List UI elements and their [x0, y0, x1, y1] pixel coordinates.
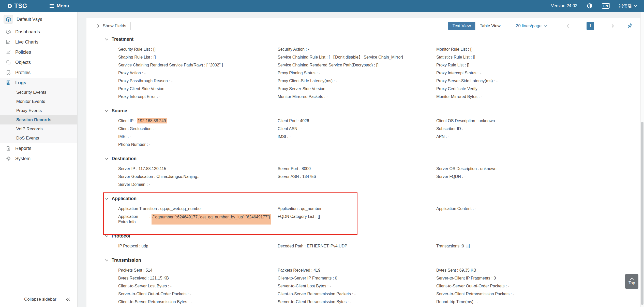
- field: Transactions :0: [436, 242, 640, 250]
- field-separator: :: [333, 79, 336, 83]
- field: Bytes Received : 121.15 KB: [118, 274, 278, 282]
- sidebar-nav: Dashboards Live Charts Policies Objects …: [0, 27, 77, 164]
- field-separator: :: [187, 300, 190, 304]
- collapse-sidebar-label: Collapse sidebar: [24, 297, 56, 302]
- collapse-sidebar-button[interactable]: Collapse sidebar: [0, 295, 77, 304]
- logo-ring-icon: [8, 4, 12, 8]
- current-page-button[interactable]: 1: [587, 22, 594, 30]
- field-label: Application Content: [436, 206, 472, 211]
- sidebar-item-monitor-events[interactable]: Monitor Events: [0, 97, 77, 106]
- field: APN : -: [436, 133, 640, 141]
- page-size-select[interactable]: 20 lines/page: [516, 23, 547, 29]
- sidebar-item-voip-records[interactable]: VoIP Records: [0, 124, 77, 134]
- field-label: Monitor Mirrored Bytes: [436, 94, 477, 99]
- section-header[interactable]: Source: [105, 108, 640, 114]
- field-label: Server-to-Client Out-of-Order Packets: [118, 292, 187, 296]
- field: Client-to-Server IP Fragments : 0: [278, 274, 436, 282]
- field-separator: :: [286, 134, 289, 139]
- field-separator: :: [167, 284, 170, 288]
- field-separator: :: [490, 276, 493, 280]
- text-view-button[interactable]: Text View: [448, 22, 475, 30]
- field: Application Content : -: [436, 205, 640, 213]
- chevron-left-icon: [567, 24, 569, 28]
- field-label: Server Port: [278, 166, 298, 171]
- pin-icon[interactable]: [627, 23, 633, 29]
- field-value: udp: [141, 244, 148, 248]
- field-row: IMEI : -IMSI : -APN : -: [118, 133, 640, 141]
- field: Client-to-Server Lost Bytes : -: [118, 282, 278, 290]
- field-label: Client ASN: [278, 127, 297, 131]
- field: Server-to-Client IP Fragments : 0: [436, 274, 640, 282]
- field: Client-to-Server Retransmission Bytes : …: [118, 298, 278, 306]
- prev-page-button[interactable]: [567, 24, 569, 28]
- sidebar-item-reports[interactable]: Reports: [0, 143, 77, 154]
- field: Packets Sent : 514: [118, 266, 278, 274]
- sidebar-item-default-vsys[interactable]: Default Vsys: [4, 15, 77, 24]
- section-header[interactable]: Protocol: [105, 233, 640, 239]
- sidebar-item-proxy-events[interactable]: Proxy Events: [0, 106, 77, 115]
- show-fields-button[interactable]: Show Fields: [93, 22, 131, 30]
- field-label: Shaping Rule List: [118, 55, 150, 59]
- sidebar-item-dos-events[interactable]: DoS Events: [0, 134, 77, 143]
- field-separator: :: [203, 63, 206, 67]
- field-label: Proxy Pinning Status: [278, 71, 316, 75]
- section-header[interactable]: Transmission: [105, 258, 640, 263]
- field-label: Proxy Client-Side Version: [118, 87, 164, 91]
- sidebar-item-dashboards[interactable]: Dashboards: [0, 27, 77, 37]
- field-value: {"qqnumber:":624649177,"get_qq_number_by…: [152, 214, 271, 225]
- field-separator: :: [325, 55, 329, 59]
- sidebar-item-logs[interactable]: Logs: [0, 78, 77, 88]
- field-separator: :: [510, 292, 513, 296]
- sidebar-item-system[interactable]: System: [0, 154, 77, 164]
- back-to-top-button[interactable]: Top: [625, 274, 638, 289]
- next-page-button[interactable]: [611, 24, 614, 28]
- menu-button[interactable]: Menu: [50, 3, 69, 9]
- scrollbar-thumb[interactable]: [641, 122, 643, 305]
- app-logo[interactable]: TSG: [8, 2, 27, 9]
- field-row: Server Geolocation : China.Jiangsu.Nanji…: [118, 173, 640, 180]
- sidebar-item-profiles[interactable]: Profiles: [0, 67, 77, 78]
- field-value: -: [350, 300, 351, 304]
- section-header[interactable]: Application: [105, 196, 640, 201]
- field-value: -: [448, 134, 449, 139]
- sidebar-item-session-records[interactable]: Session Records: [0, 115, 77, 124]
- sidebar-item-live-charts[interactable]: Live Charts: [0, 37, 77, 47]
- header-divider: [582, 4, 582, 8]
- chevron-down-icon: [105, 110, 108, 112]
- chevron-right-icon: [611, 24, 614, 28]
- field-separator: :: [142, 268, 145, 272]
- field-value: 69.35 KB: [459, 268, 476, 272]
- view-toggle: Text View Table View: [448, 22, 505, 30]
- section-header[interactable]: Treatment: [105, 37, 640, 42]
- transaction-detail-icon[interactable]: [466, 244, 470, 248]
- field-label: Service Chaining Rendered Service Path(R…: [118, 63, 203, 67]
- field-label: IMEI: [118, 134, 127, 139]
- field-row: Proxy Client-Side Version : -Proxy Serve…: [118, 85, 640, 93]
- field-value: ETHERNET.IPv4.UDP: [307, 244, 347, 248]
- gear-icon: [6, 156, 11, 161]
- table-view-button[interactable]: Table View: [475, 22, 505, 30]
- logo-text: TSG: [14, 2, 27, 9]
- language-icon[interactable]: EN: [602, 3, 609, 9]
- sidebar-item-objects[interactable]: Objects: [0, 57, 77, 67]
- field: Client-to-Server Retransmission Packets …: [278, 290, 436, 298]
- user-menu[interactable]: 冯伟浩: [619, 3, 637, 9]
- section-rows: Packets Sent : 514Packets Received : 419…: [118, 266, 640, 306]
- field-label: Packets Sent: [118, 268, 142, 272]
- section-header[interactable]: Destination: [105, 156, 640, 161]
- field: FQDN Category List : []: [278, 213, 436, 220]
- field-separator: :: [467, 47, 470, 51]
- sidebar-item-policies[interactable]: Policies: [0, 47, 77, 57]
- theme-contrast-icon[interactable]: [587, 3, 592, 9]
- field-value: qq_number: [301, 206, 322, 211]
- chevron-down-icon: [105, 38, 108, 40]
- logs-icon: [6, 80, 11, 85]
- field-separator: :: [157, 206, 160, 211]
- field: Client Port : 4026: [278, 117, 436, 125]
- vertical-scrollbar: [640, 12, 644, 307]
- field: Proxy Rule List : []: [436, 61, 640, 69]
- field-value: -: [308, 47, 309, 51]
- field-separator: :: [168, 79, 171, 83]
- sidebar-item-security-events[interactable]: Security Events: [0, 88, 77, 97]
- field-label: Round-trip Time(ms): [436, 300, 473, 304]
